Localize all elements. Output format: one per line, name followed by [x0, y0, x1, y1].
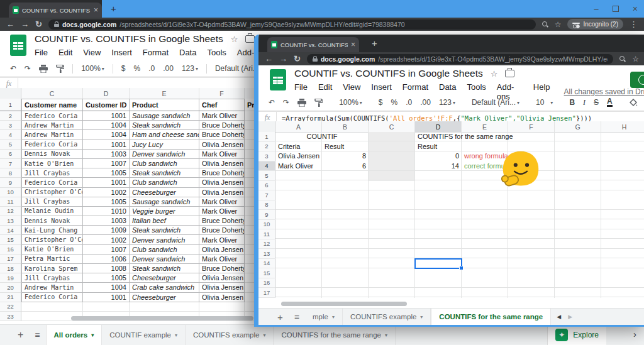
paint-format-icon[interactable]: [314, 99, 323, 107]
font-select[interactable]: Default (Ari...▾: [472, 98, 519, 107]
cell-chef[interactable]: Mark Oliver: [199, 197, 245, 207]
cell-chef[interactable]: Bruce Doherty: [199, 226, 245, 235]
cell-customer-name[interactable]: Katie O'Brien: [21, 245, 83, 255]
cell-chef[interactable]: Bruce Doherty: [199, 121, 245, 130]
cell-product[interactable]: Steak sandwich: [130, 121, 199, 130]
row-header-16[interactable]: 16: [0, 245, 21, 255]
back-icon[interactable]: ←: [6, 20, 14, 28]
maximize-button[interactable]: [613, 6, 619, 12]
row-header-19[interactable]: 19: [0, 273, 21, 283]
add-sheet-button[interactable]: +: [258, 309, 289, 325]
row-header-22[interactable]: 22: [0, 302, 21, 312]
row-header-7[interactable]: 7: [258, 190, 275, 200]
sheet-tab[interactable]: COUNTIFS example▾: [343, 309, 431, 325]
font-size-select[interactable]: 10▾: [536, 98, 553, 107]
column-header-E[interactable]: E: [130, 88, 199, 99]
row-header-14[interactable]: 14: [258, 259, 275, 269]
sheet-tab[interactable]: COUNTIF example▾: [102, 325, 186, 345]
row-header-12[interactable]: 12: [0, 207, 21, 216]
row-header-10[interactable]: 10: [258, 220, 275, 230]
cell-customer-id[interactable]: 1002: [83, 188, 130, 197]
back-icon[interactable]: ←: [265, 55, 273, 63]
cell-customer-name[interactable]: Katie O'Brien: [21, 159, 83, 168]
tab-close-icon[interactable]: ×: [94, 6, 98, 14]
bold-button[interactable]: B: [569, 98, 575, 107]
cell-product[interactable]: Club sandwich: [130, 159, 199, 168]
cell-customer-name[interactable]: Andrew Martin: [21, 130, 83, 140]
close-button[interactable]: ×: [633, 4, 638, 14]
new-tab-button[interactable]: +: [372, 38, 377, 48]
cell-customer-name[interactable]: Dennis Novak: [21, 150, 83, 159]
cell-customer-name[interactable]: Andrew Martin: [21, 121, 83, 130]
cell-product[interactable]: Denver sandwich: [130, 150, 199, 159]
row-header-2[interactable]: 2: [258, 142, 275, 152]
header-cell[interactable]: Product: [130, 99, 199, 111]
decrease-decimals-button[interactable]: .0: [148, 64, 155, 73]
browser-tab[interactable]: COUNTIF vs. COUNTIFS in Googl ×: [267, 37, 359, 52]
cell-customer-name[interactable]: Petra Martic: [21, 255, 83, 264]
format-percent-button[interactable]: %: [134, 64, 141, 73]
row-header-13[interactable]: 13: [258, 249, 275, 259]
cell-empty[interactable]: [83, 302, 130, 312]
cell-chef[interactable]: Olivia Jensen: [199, 188, 245, 197]
row-header-20[interactable]: 20: [0, 283, 21, 292]
cell-product[interactable]: Steak sandwich: [130, 168, 199, 178]
row-header-12[interactable]: 12: [258, 239, 275, 249]
row-header-18[interactable]: 18: [0, 264, 21, 273]
row-header-9[interactable]: 9: [0, 178, 21, 187]
minimize-button[interactable]: –: [594, 4, 599, 14]
cell-product[interactable]: Ham and cheese sandwich: [130, 130, 199, 140]
sheet-tab-menu-icon[interactable]: ▾: [385, 332, 387, 338]
select-all-corner[interactable]: [0, 88, 21, 99]
forward-icon[interactable]: →: [21, 20, 29, 28]
cell-product[interactable]: Veggie burger: [130, 207, 199, 216]
cell-chef[interactable]: Mark Oliver: [199, 207, 245, 216]
column-header-B[interactable]: B: [322, 121, 369, 132]
row-header-6[interactable]: 6: [258, 181, 275, 191]
cell-customer-id[interactable]: 1010: [83, 207, 130, 216]
cell-a1_merged[interactable]: COUNTIF: [275, 132, 369, 142]
redo-icon[interactable]: ↷: [283, 98, 289, 107]
row-header-4[interactable]: 4: [258, 162, 275, 172]
cell-product[interactable]: Steak sandwich: [130, 264, 199, 273]
header-cell[interactable]: Customer ID: [83, 99, 130, 111]
menu-insert[interactable]: Insert: [111, 48, 132, 57]
column-header-F[interactable]: F: [508, 121, 555, 132]
cell-customer-name[interactable]: Karolina Sprem: [21, 264, 83, 273]
cell-chef[interactable]: Bruce Doherty: [199, 264, 245, 273]
row-header-1[interactable]: 1: [258, 132, 275, 142]
cell-d1[interactable]: COUNTIFS for the same range: [418, 132, 525, 142]
increase-decimals-button[interactable]: .00: [163, 64, 174, 73]
cell-chef[interactable]: Olivia Jensen: [199, 273, 245, 283]
zoom-select[interactable]: 100%▾: [339, 98, 362, 107]
reload-icon[interactable]: ↻: [294, 55, 301, 63]
move-folder-icon[interactable]: [505, 70, 514, 77]
format-percent-button[interactable]: %: [391, 98, 398, 107]
cell-product[interactable]: Sausage sandwich: [130, 197, 199, 207]
cell-chef[interactable]: Mark Oliver: [199, 150, 245, 159]
tab-close-icon[interactable]: ×: [351, 41, 355, 48]
column-header-G[interactable]: G: [555, 121, 601, 132]
row-header-5[interactable]: 5: [0, 140, 21, 150]
cell-customer-name[interactable]: Jill Craybas: [21, 168, 83, 178]
sheet-tab[interactable]: All orders▾: [46, 325, 103, 345]
zoom-select[interactable]: 100%▾: [81, 64, 104, 73]
decrease-decimals-button[interactable]: .0: [406, 98, 412, 107]
doc-title[interactable]: COUNTIF vs. COUNTIFS in Google Sheets: [35, 33, 223, 45]
print-icon[interactable]: [297, 99, 306, 107]
row-header-15[interactable]: 15: [0, 235, 21, 244]
format-currency-button[interactable]: $: [379, 98, 383, 107]
cell-chef[interactable]: Bruce Doherty: [199, 216, 245, 226]
row-header-14[interactable]: 14: [0, 226, 21, 235]
column-header-C[interactable]: C: [21, 88, 83, 99]
cell-product[interactable]: Cheeseburger: [130, 188, 199, 197]
undo-icon[interactable]: ↶: [269, 98, 275, 107]
row-header-7[interactable]: 7: [0, 159, 21, 168]
increase-decimals-button[interactable]: .00: [420, 98, 431, 107]
cell-customer-id[interactable]: 1001: [83, 140, 130, 150]
row-header-8[interactable]: 8: [258, 200, 275, 211]
sheet-tab-menu-icon[interactable]: ▾: [263, 332, 265, 338]
address-box[interactable]: docs.google.com /spreadsheets/d/1Gi9e3xT…: [307, 54, 613, 64]
cell-product[interactable]: Crab cake sandwich: [130, 283, 199, 292]
print-icon[interactable]: [39, 65, 48, 73]
